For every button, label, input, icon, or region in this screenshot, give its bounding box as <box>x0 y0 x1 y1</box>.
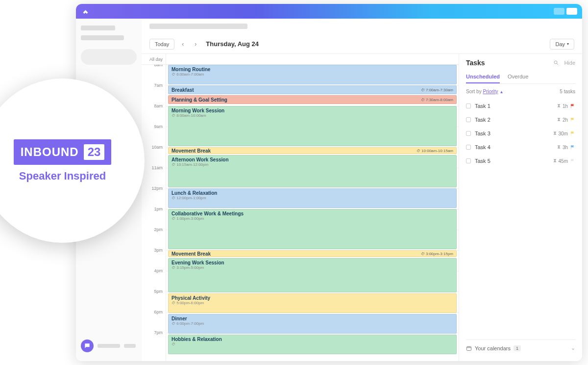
calendar-event[interactable]: Morning Routine⏱ 6:00am-7:00am <box>168 65 457 84</box>
hour-label: 1pm <box>142 209 166 230</box>
badge-subtitle: Speaker Inspired <box>19 170 106 182</box>
calendar-event[interactable]: Collaborative Work & Meetings⏱ 1:00pm-3:… <box>168 209 457 249</box>
calendar-event[interactable]: Lunch & Relaxation⏱ 12:00pm-1:00pm <box>168 188 457 208</box>
event-title: Breakfast <box>172 87 194 93</box>
task-row[interactable]: Task 5⧗45m <box>466 154 575 168</box>
event-title: Hobbies & Relaxation <box>172 337 453 342</box>
view-selector[interactable]: Day▾ <box>550 39 574 50</box>
tasks-panel: Tasks Hide Unscheduled Overdue Sort by P… <box>459 54 582 361</box>
task-row[interactable]: Task 3⧗30m <box>466 127 575 140</box>
event-time: ⏱ 12:00pm-1:00pm <box>172 196 453 200</box>
next-day-button[interactable]: › <box>191 40 200 49</box>
chat-icon[interactable] <box>81 339 94 352</box>
window-min-button[interactable] <box>554 8 564 15</box>
task-status-icon[interactable] <box>466 158 471 163</box>
event-title: Evening Work Session <box>172 260 453 265</box>
window-controls <box>554 8 577 15</box>
calendar-event[interactable]: Morning Work Session⏱ 8:00am-10:00am <box>168 106 457 146</box>
calendar-count-badge: 1 <box>514 345 521 351</box>
calendar-event[interactable]: Movement Break⏱ 3:00pm-3:15pm <box>168 250 457 257</box>
event-title: Lunch & Relaxation <box>172 190 453 196</box>
sidebar-skeleton <box>81 26 115 30</box>
sidebar-footer <box>81 338 137 354</box>
prev-day-button[interactable]: ‹ <box>178 40 187 49</box>
title-bar <box>76 4 582 19</box>
app-window: Today ‹ › Thursday, Aug 24 Day▾ All day … <box>76 4 582 361</box>
event-time: ⏱ 8:00am-10:00am <box>172 113 453 118</box>
hourglass-icon: ⧗ <box>557 103 561 109</box>
hourglass-icon: ⧗ <box>553 158 557 164</box>
calendar-event[interactable]: Dinner⏱ 6:00pm-7:00pm <box>168 314 457 334</box>
calendar-grid[interactable]: 6am7am8am9am10am11am12pm1pm2pm3pm4pm5pm6… <box>142 65 459 361</box>
task-status-icon[interactable] <box>466 104 471 108</box>
date-title: Thursday, Aug 24 <box>206 40 259 48</box>
task-count: 5 tasks <box>560 89 575 94</box>
sidebar-search[interactable] <box>81 49 137 65</box>
task-name: Task 3 <box>475 130 490 136</box>
hour-label: 12pm <box>142 188 166 209</box>
flag-icon <box>570 117 575 123</box>
task-name: Task 5 <box>475 158 490 164</box>
event-title: Movement Break <box>172 251 211 257</box>
search-icon[interactable] <box>553 60 559 66</box>
hour-label: 6pm <box>142 312 166 333</box>
flag-icon <box>570 131 575 136</box>
hourglass-icon: ⧗ <box>557 117 561 123</box>
calendar-event[interactable]: Afternoon Work Session⏱ 10:15am-12:00pm <box>168 155 457 187</box>
tab-overdue[interactable]: Overdue <box>508 71 528 83</box>
flag-icon <box>570 158 575 164</box>
event-time: ⏱ 7:30am-8:00am <box>421 98 453 102</box>
flag-icon <box>570 145 575 150</box>
calendar-event[interactable]: Evening Work Session⏱ 3:15pm-5:00pm <box>168 258 457 292</box>
event-title: Morning Work Session <box>172 108 453 113</box>
task-row[interactable]: Task 4⧗3h <box>466 140 575 154</box>
event-title: Planning & Goal Setting <box>172 97 227 103</box>
window-max-button[interactable] <box>566 8 577 15</box>
your-calendars[interactable]: Your calendars 1 ⌄ <box>466 339 575 356</box>
svg-point-1 <box>87 345 87 345</box>
badge-brand: INBOUND <box>21 145 79 159</box>
sidebar-skeleton <box>124 344 136 348</box>
chevron-down-icon: ⌄ <box>571 345 575 351</box>
tab-skeleton <box>149 24 247 29</box>
svg-point-0 <box>86 345 87 345</box>
tab-unscheduled[interactable]: Unscheduled <box>466 71 500 83</box>
calendar-event[interactable]: Breakfast⏱ 7:00am-7:30am <box>168 85 457 94</box>
task-duration: 3h <box>563 145 568 150</box>
hour-label: 4pm <box>142 271 166 291</box>
calendar-event[interactable]: Planning & Goal Setting⏱ 7:30am-8:00am <box>168 95 457 104</box>
calendar-icon <box>466 345 472 351</box>
events-column[interactable]: Morning Routine⏱ 6:00am-7:00amBreakfast⏱… <box>166 65 459 361</box>
svg-point-2 <box>88 345 88 345</box>
tab-strip <box>142 19 582 34</box>
task-status-icon[interactable] <box>466 131 471 136</box>
task-tabs: Unscheduled Overdue <box>466 71 575 84</box>
task-row[interactable]: Task 2⧗2h <box>466 113 575 127</box>
event-time: ⏱ 7:00am-7:30am <box>421 88 453 92</box>
tasks-title: Tasks <box>466 59 485 67</box>
hour-label: 3pm <box>142 250 166 271</box>
sort-label: Sort by <box>466 89 482 94</box>
task-list: Task 1⧗1hTask 2⧗2hTask 3⧗30mTask 4⧗3hTas… <box>466 99 575 168</box>
sort-asc-icon[interactable]: ▲ <box>499 90 503 94</box>
calendar-event[interactable]: Movement Break⏱ 10:00am-10:15am <box>168 147 457 154</box>
sidebar-skeleton <box>98 344 120 348</box>
task-duration: 30m <box>559 131 568 136</box>
event-time: ⏱ <box>172 342 453 346</box>
task-status-icon[interactable] <box>466 117 471 122</box>
event-time: ⏱ 10:00am-10:15am <box>416 149 453 153</box>
hour-label: 9am <box>142 127 166 147</box>
event-time: ⏱ 1:00pm-3:00pm <box>172 216 453 221</box>
calendar-event[interactable]: Physical Activity⏱ 5:00pm-6:00pm <box>168 293 457 313</box>
task-status-icon[interactable] <box>466 145 471 150</box>
today-button[interactable]: Today <box>149 39 174 50</box>
hide-button[interactable]: Hide <box>564 60 575 66</box>
event-time: ⏱ 3:15pm-5:00pm <box>172 265 453 270</box>
calendar-event[interactable]: Hobbies & Relaxation⏱ <box>168 335 457 354</box>
app-logo-icon <box>81 7 90 16</box>
hour-label: 2pm <box>142 230 166 250</box>
calendar-toolbar: Today ‹ › Thursday, Aug 24 Day▾ <box>142 34 582 54</box>
sort-value[interactable]: Priority <box>483 89 498 94</box>
hour-label: 10am <box>142 147 166 168</box>
task-row[interactable]: Task 1⧗1h <box>466 99 575 113</box>
